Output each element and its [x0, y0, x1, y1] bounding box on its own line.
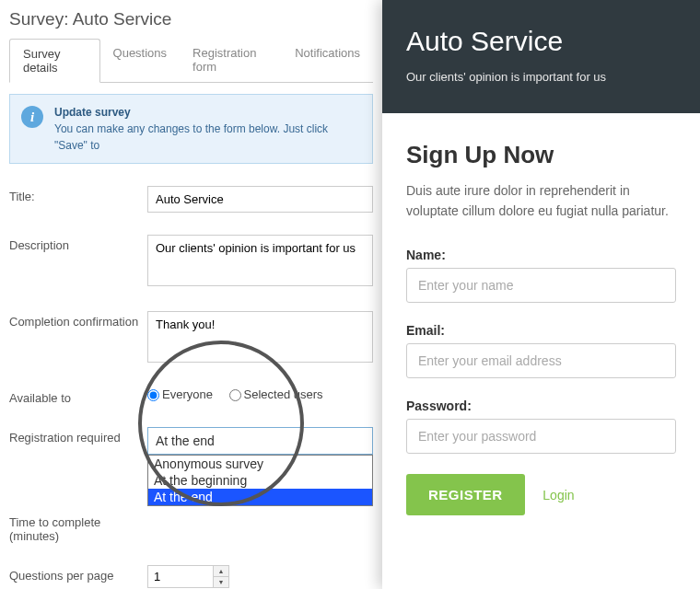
preview-title: Auto Service [406, 26, 676, 57]
title-input[interactable] [147, 186, 373, 213]
reg-option-end[interactable]: At the end [148, 489, 372, 505]
signup-description: Duis aute irure dolor in reprehenderit i… [406, 180, 676, 222]
registration-required-label: Registration required [9, 427, 147, 445]
tab-notifications[interactable]: Notifications [282, 39, 373, 82]
reg-option-anonymous[interactable]: Anonymous survey [148, 456, 372, 472]
spinner-up-icon[interactable]: ▲ [214, 566, 228, 576]
radio-selected-label[interactable]: Selected users [229, 387, 323, 401]
questions-per-page-label: Questions per page [9, 565, 147, 583]
email-label: Email: [406, 323, 676, 338]
tab-bar: Survey details Questions Registration fo… [9, 39, 373, 83]
registration-dropdown: Anonymous survey At the beginning At the… [147, 455, 373, 506]
title-label: Title: [9, 186, 147, 203]
tab-survey-details[interactable]: Survey details [9, 39, 100, 83]
name-label: Name: [406, 248, 676, 262]
admin-panel: Survey: Auto Service Survey details Ques… [0, 0, 382, 589]
preview-subtitle: Our clients' opinion is important for us [406, 70, 676, 84]
tab-questions[interactable]: Questions [100, 39, 181, 82]
description-label: Description [9, 235, 147, 252]
radio-everyone-label[interactable]: Everyone [147, 387, 213, 401]
email-input[interactable] [406, 343, 676, 378]
registration-select[interactable]: At the end [147, 427, 373, 455]
reg-option-beginning[interactable]: At the beginning [148, 472, 372, 489]
description-input[interactable]: Our clients' opinion is important for us [147, 235, 373, 286]
radio-everyone[interactable] [147, 389, 159, 401]
time-to-complete-label: Time to complete(minutes) [9, 512, 147, 543]
signup-title: Sign Up Now [406, 141, 676, 169]
questions-per-page-spinner[interactable]: ▲ ▼ [147, 565, 229, 588]
register-button[interactable]: REGISTER [406, 474, 525, 515]
questions-per-page-input[interactable] [148, 566, 213, 587]
info-heading: Update survey [54, 104, 363, 121]
name-input[interactable] [406, 268, 676, 303]
preview-panel: Auto Service Our clients' opinion is imp… [382, 0, 700, 589]
radio-selected-users[interactable] [229, 389, 241, 401]
login-link[interactable]: Login [542, 488, 574, 502]
available-to-label: Available to [9, 387, 147, 405]
info-box: i Update survey You can make any changes… [9, 94, 373, 164]
password-input[interactable] [406, 419, 676, 454]
tab-registration-form[interactable]: Registration form [180, 39, 282, 82]
info-icon: i [21, 106, 43, 128]
confirmation-label: Completion confirmation [9, 311, 147, 329]
password-label: Password: [406, 398, 676, 413]
page-title: Survey: Auto Service [9, 9, 373, 29]
confirmation-input[interactable]: Thank you! [147, 311, 373, 363]
spinner-down-icon[interactable]: ▼ [214, 576, 228, 586]
info-body: You can make any changes to the form bel… [54, 122, 328, 152]
preview-header: Auto Service Our clients' opinion is imp… [382, 0, 700, 113]
